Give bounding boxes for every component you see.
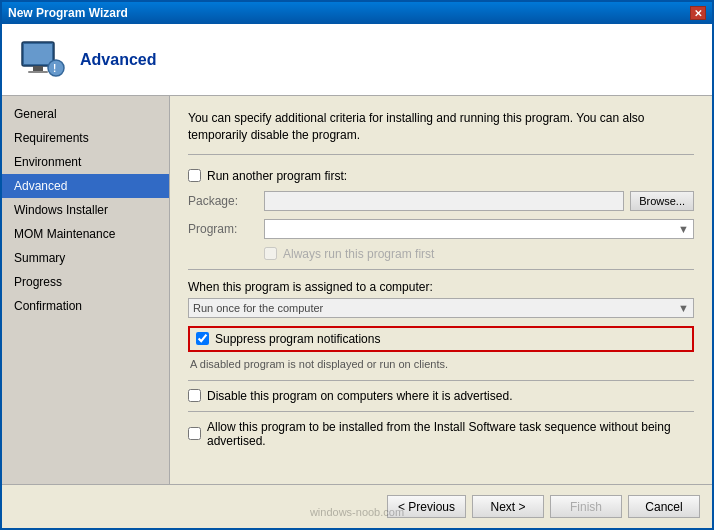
always-run-label: Always run this program first xyxy=(283,247,434,261)
svg-rect-1 xyxy=(24,44,52,64)
separator-1 xyxy=(188,269,694,270)
package-row: Package: Browse... xyxy=(188,191,694,211)
when-assigned-label: When this program is assigned to a compu… xyxy=(188,280,694,294)
sidebar-item-advanced[interactable]: Advanced xyxy=(2,174,169,198)
next-button[interactable]: Next > xyxy=(472,495,544,518)
suppress-checkbox[interactable] xyxy=(196,332,209,345)
wizard-header: ! Advanced xyxy=(2,24,712,96)
disable-advertised-row: Disable this program on computers where … xyxy=(188,389,694,403)
allow-install-row: Allow this program to be installed from … xyxy=(188,420,694,448)
sidebar-item-general[interactable]: General xyxy=(2,102,169,126)
package-input[interactable] xyxy=(264,191,624,211)
suppress-description: A disabled program is not displayed or r… xyxy=(190,358,694,370)
footer: < Previous Next > Finish Cancel xyxy=(2,484,712,528)
sidebar-item-progress[interactable]: Progress xyxy=(2,270,169,294)
run-another-program-label: Run another program first: xyxy=(207,169,347,183)
cancel-button[interactable]: Cancel xyxy=(628,495,700,518)
sidebar-item-summary[interactable]: Summary xyxy=(2,246,169,270)
sidebar-item-mom-maintenance[interactable]: MOM Maintenance xyxy=(2,222,169,246)
sidebar-item-requirements[interactable]: Requirements xyxy=(2,126,169,150)
separator-3 xyxy=(188,411,694,412)
description-text: You can specify additional criteria for … xyxy=(188,110,694,155)
run-once-dropdown[interactable]: Run once for the computer ▼ xyxy=(188,298,694,318)
sidebar: General Requirements Environment Advance… xyxy=(2,96,170,484)
sidebar-item-windows-installer[interactable]: Windows Installer xyxy=(2,198,169,222)
content-area: General Requirements Environment Advance… xyxy=(2,96,712,484)
suppress-label: Suppress program notifications xyxy=(215,332,380,346)
run-another-program-checkbox[interactable] xyxy=(188,169,201,182)
sidebar-item-confirmation[interactable]: Confirmation xyxy=(2,294,169,318)
allow-install-label: Allow this program to be installed from … xyxy=(207,420,694,448)
run-once-value: Run once for the computer xyxy=(193,302,323,314)
package-label: Package: xyxy=(188,194,258,208)
sidebar-item-environment[interactable]: Environment xyxy=(2,150,169,174)
previous-button[interactable]: < Previous xyxy=(387,495,466,518)
svg-text:!: ! xyxy=(53,63,56,74)
program-dropdown[interactable]: ▼ xyxy=(264,219,694,239)
browse-button[interactable]: Browse... xyxy=(630,191,694,211)
program-row: Program: ▼ xyxy=(188,219,694,239)
disable-advertised-label: Disable this program on computers where … xyxy=(207,389,512,403)
separator-2 xyxy=(188,380,694,381)
svg-rect-3 xyxy=(28,71,48,73)
finish-button[interactable]: Finish xyxy=(550,495,622,518)
program-label: Program: xyxy=(188,222,258,236)
main-panel: You can specify additional criteria for … xyxy=(170,96,712,484)
window-title: New Program Wizard xyxy=(8,6,128,20)
dropdown-arrow-icon: ▼ xyxy=(678,302,689,314)
always-run-row: Always run this program first xyxy=(264,247,694,261)
always-run-checkbox[interactable] xyxy=(264,247,277,260)
header-title: Advanced xyxy=(80,51,156,69)
allow-install-checkbox[interactable] xyxy=(188,427,201,440)
disable-advertised-checkbox[interactable] xyxy=(188,389,201,402)
wizard-window: New Program Wizard ✕ ! Advanced General … xyxy=(0,0,714,530)
run-another-program-row: Run another program first: xyxy=(188,169,694,183)
run-once-row: Run once for the computer ▼ xyxy=(188,298,694,318)
wizard-icon: ! xyxy=(18,36,66,84)
svg-rect-2 xyxy=(33,66,43,71)
title-bar: New Program Wizard ✕ xyxy=(2,2,712,24)
suppress-notifications-box: Suppress program notifications xyxy=(188,326,694,352)
close-button[interactable]: ✕ xyxy=(690,6,706,20)
